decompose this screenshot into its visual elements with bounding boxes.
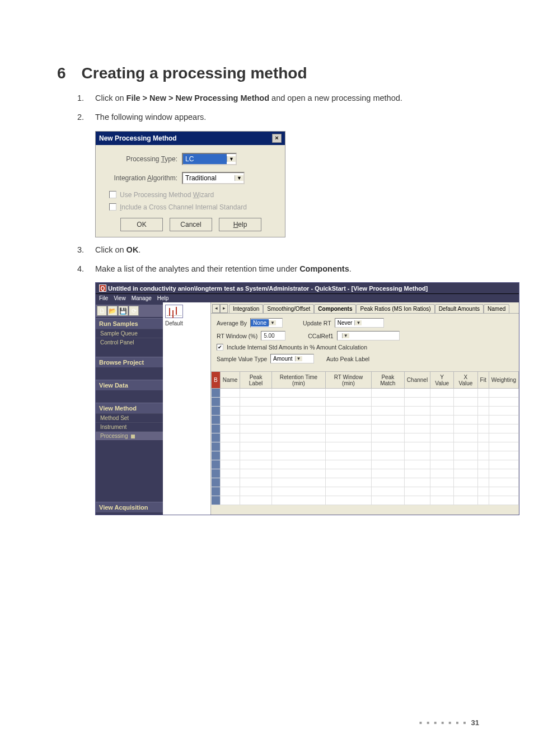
table-row[interactable]	[212, 433, 519, 442]
step-3: 3. Click on OK.	[77, 244, 479, 255]
average-by-label: Average By	[217, 320, 247, 326]
refresh-icon[interactable]: ⟳	[129, 306, 139, 316]
table-row[interactable]	[212, 407, 519, 416]
sidebar-view-method[interactable]: View Method	[96, 403, 163, 413]
chromatogram-thumbnail-icon[interactable]	[165, 305, 183, 318]
table-row[interactable]	[212, 460, 519, 469]
quickstart-window: QUntitled in conductivity anion\longterm…	[95, 282, 519, 515]
table-row[interactable]	[212, 487, 519, 496]
tree-column: Default	[163, 302, 211, 515]
table-row[interactable]	[212, 451, 519, 460]
step-2: 2. The following window appears.	[77, 111, 479, 123]
ccalref-label: CCalRef1	[308, 333, 334, 339]
table-row[interactable]	[212, 389, 519, 398]
ccalref-select[interactable]: ▼	[337, 331, 400, 340]
chapter-number: 6	[57, 64, 66, 82]
step-1: 1. Click on File > New > New Processing …	[77, 92, 479, 104]
step-4: 4. Make a list of the analytes and their…	[77, 263, 479, 274]
col-name[interactable]: Name	[220, 372, 240, 389]
ok-button[interactable]: OK	[120, 218, 163, 231]
sidebar-browse-project[interactable]: Browse Project	[96, 357, 163, 367]
chevron-down-icon: ▼	[269, 320, 276, 325]
menu-help[interactable]: Help	[157, 295, 169, 301]
sample-value-type-label: Sample Value Type	[217, 356, 267, 362]
new-processing-method-dialog: New Processing Method × Processing Type:…	[95, 131, 285, 237]
cancel-button[interactable]: Cancel	[170, 218, 212, 231]
table-row[interactable]	[212, 442, 519, 451]
dialog-title: New Processing Method	[99, 134, 177, 142]
tab-named[interactable]: Named	[484, 304, 509, 313]
sidebar-view-acquisition[interactable]: View Acquisition	[96, 502, 163, 512]
tab-integration[interactable]: Integration	[229, 304, 263, 313]
tab-components[interactable]: Components	[314, 304, 356, 313]
chapter-heading: 6Creating a processing method	[57, 64, 479, 82]
col-x-value[interactable]: X Value	[454, 372, 477, 389]
page-number: 31	[471, 718, 479, 727]
average-by-select[interactable]: None ▼	[250, 318, 283, 328]
col-peak-match[interactable]: Peak Match	[371, 372, 404, 389]
sidebar-control-panel[interactable]: Control Panel	[96, 338, 163, 347]
tab-default-amounts[interactable]: Default Amounts	[435, 304, 484, 313]
help-button[interactable]: Help	[219, 218, 261, 231]
menu-view[interactable]: View	[114, 295, 126, 301]
tab-nav-left-icon[interactable]: ◂	[212, 304, 220, 313]
table-row[interactable]	[212, 469, 519, 478]
open-icon[interactable]: 📂	[107, 306, 118, 316]
sidebar-run-samples[interactable]: Run Samples	[96, 318, 163, 329]
integration-algorithm-label: Integration Algorithm:	[104, 174, 182, 182]
sidebar: 🗋 📂 💾 ⟳ Run Samples Sample Queue Control…	[96, 302, 163, 515]
table-row[interactable]	[212, 478, 519, 487]
close-icon[interactable]: ×	[272, 134, 282, 143]
chevron-down-icon: ▼	[354, 320, 362, 325]
rt-window-input[interactable]: 5.00	[261, 331, 285, 340]
chevron-down-icon: ▼	[295, 356, 302, 361]
chevron-down-icon: ▼	[235, 175, 243, 181]
sidebar-view-data[interactable]: View Data	[96, 380, 163, 390]
processing-type-label: Processing Type:	[104, 155, 182, 163]
col-rt-window[interactable]: RT Window (min)	[326, 372, 372, 389]
chevron-down-icon: ▼	[342, 333, 349, 338]
app-icon: Q	[99, 284, 106, 292]
chapter-title: Creating a processing method	[82, 64, 307, 82]
sidebar-processing[interactable]: Processing	[96, 431, 163, 440]
auto-peak-label-button[interactable]: Auto Peak Label	[326, 356, 369, 362]
new-icon[interactable]: 🗋	[97, 306, 107, 316]
tab-smoothing[interactable]: Smoothing/Offset	[263, 304, 314, 313]
sidebar-method-set[interactable]: Method Set	[96, 413, 163, 422]
chevron-down-icon: ▼	[227, 156, 236, 162]
col-weighting[interactable]: Weighting	[489, 372, 518, 389]
processing-type-combo[interactable]: LC ▼	[182, 153, 237, 165]
tab-bar: ◂ ▸ Integration Smoothing/Offset Compone…	[211, 302, 519, 314]
sample-value-type-select[interactable]: Amount ▼	[270, 354, 314, 363]
sidebar-instrument[interactable]: Instrument	[96, 422, 163, 431]
col-channel[interactable]: Channel	[404, 372, 430, 389]
save-icon[interactable]: 💾	[118, 306, 128, 316]
table-row[interactable]	[212, 496, 519, 505]
table-row[interactable]	[212, 398, 519, 407]
tab-peak-ratios[interactable]: Peak Ratios (MS Ion Ratios)	[356, 304, 434, 313]
tab-nav-right-icon[interactable]: ▸	[220, 304, 228, 313]
col-ret-time[interactable]: Retention Time (min)	[271, 372, 326, 389]
tree-default-label: Default	[165, 320, 208, 326]
menu-manage[interactable]: Manage	[132, 295, 152, 301]
table-row[interactable]	[212, 416, 519, 424]
sidebar-sample-queue[interactable]: Sample Queue	[96, 329, 163, 338]
menubar: File View Manage Help	[96, 294, 519, 302]
footer-dots-icon: ■ ■ ■ ■ ■ ■ ■	[419, 720, 467, 725]
col-marker[interactable]: B	[212, 372, 221, 389]
update-rt-select[interactable]: Never ▼	[335, 318, 384, 328]
include-std-checkbox[interactable]: ✔	[217, 344, 223, 351]
rt-window-label: RT Window (%)	[217, 333, 257, 339]
app-titlebar: QUntitled in conductivity anion\longterm…	[96, 283, 519, 294]
checkbox-icon	[109, 191, 116, 198]
integration-algorithm-combo[interactable]: Traditional ▼	[182, 172, 245, 184]
table-row[interactable]	[212, 424, 519, 433]
page-footer: ■ ■ ■ ■ ■ ■ ■ 31	[419, 718, 479, 727]
use-wizard-checkbox: Use Processing Method Wizard	[109, 191, 278, 199]
menu-file[interactable]: File	[99, 295, 108, 301]
col-peak-label[interactable]: Peak Label	[240, 372, 271, 389]
selected-marker-icon	[131, 435, 135, 438]
col-y-value[interactable]: Y Value	[430, 372, 454, 389]
col-fit[interactable]: Fit	[477, 372, 489, 389]
update-rt-label: Update RT	[303, 320, 331, 326]
